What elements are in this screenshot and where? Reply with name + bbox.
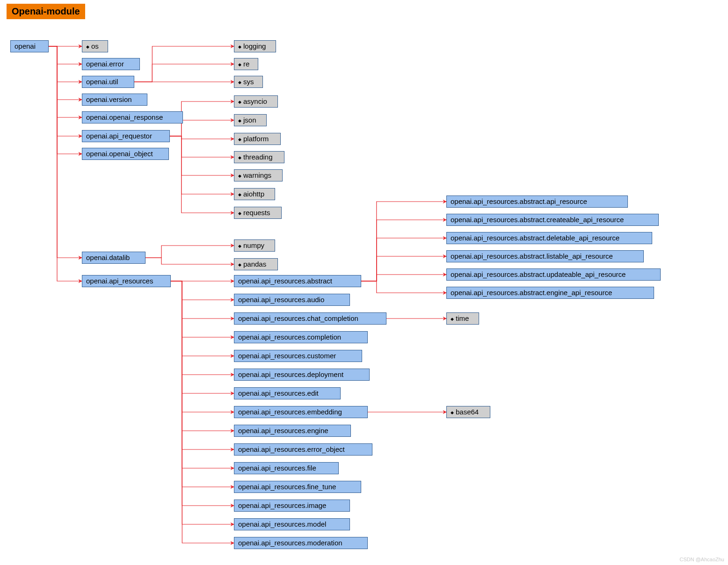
node-label: openai.api_resources.deployment (238, 370, 343, 378)
edge-api_resources-fine_tune (171, 281, 234, 487)
node-label: openai (15, 42, 36, 50)
node-label: sys (243, 78, 254, 86)
node-label: openai.api_resources.edit (238, 389, 319, 397)
node-audio: openai.api_resources.audio (234, 294, 350, 306)
node-label: openai.api_resources.abstract.engine_api… (451, 289, 612, 297)
diagram-title-text: Openai-module (12, 6, 80, 16)
edge-api_resources-model (171, 281, 234, 524)
node-datalib: openai.datalib (82, 252, 146, 264)
node-updateable: openai.api_resources.abstract.updateable… (446, 268, 661, 281)
node-label: openai.api_resources.audio (238, 296, 324, 304)
node-base64: base64 (446, 406, 490, 418)
node-label: openai.api_resources.embedding (238, 408, 342, 416)
node-api_resources: openai.api_resources (82, 275, 171, 287)
edge-api_resources-moderation (171, 281, 234, 543)
edge-openai-error (49, 46, 82, 64)
node-label: base64 (456, 408, 479, 416)
node-engine: openai.api_resources.engine (234, 425, 351, 437)
node-abstract: openai.api_resources.abstract (234, 275, 361, 287)
edge-openai-openai_object (49, 46, 82, 154)
node-label: openai.api_resources.abstract.updateable… (451, 270, 626, 278)
node-label: asyncio (243, 97, 267, 105)
node-util: openai.util (82, 76, 134, 88)
node-openai: openai (10, 40, 49, 52)
node-label: openai.datalib (86, 254, 130, 261)
node-requests: requests (234, 207, 282, 219)
node-platform: platform (234, 133, 281, 145)
edge-util-logging (134, 46, 234, 82)
node-aiohttp: aiohttp (234, 188, 275, 200)
node-label: openai.api_resources (86, 277, 153, 285)
edge-api_resources-customer (171, 281, 234, 356)
edge-api_resources-chat_completion (171, 281, 234, 319)
node-warnings: warnings (234, 169, 283, 181)
edge-abstract-listable (361, 256, 446, 281)
edge-openai-api_requestor (49, 46, 82, 136)
node-label: time (456, 314, 469, 322)
node-asyncio: asyncio (234, 95, 278, 108)
edge-abstract-updateable (361, 275, 446, 281)
node-error: openai.error (82, 58, 140, 70)
node-createable: openai.api_resources.abstract.createable… (446, 214, 659, 226)
node-moderation: openai.api_resources.moderation (234, 537, 368, 549)
node-label: openai.api_resources.abstract (238, 277, 332, 285)
watermark: CSDN @AhcaoZhu (679, 557, 724, 562)
diagram-title: Openai-module (7, 4, 85, 19)
node-threading: threading (234, 151, 284, 163)
node-label: openai.api_resources.chat_completion (238, 314, 358, 322)
node-label: openai.error (86, 60, 124, 68)
node-edit: openai.api_resources.edit (234, 387, 341, 399)
edge-api_requestor-threading (170, 136, 234, 157)
node-listable: openai.api_resources.abstract.listable_a… (446, 250, 644, 262)
node-label: openai.api_resources.abstract.deletable_… (451, 234, 619, 242)
node-label: aiohttp (243, 190, 264, 198)
node-label: os (91, 42, 99, 50)
node-api_requestor: openai.api_requestor (82, 130, 170, 142)
edge-datalib-numpy (146, 246, 234, 258)
edge-api_resources-file (171, 281, 234, 468)
node-api_resource: openai.api_resources.abstract.api_resour… (446, 196, 628, 208)
node-label: openai.api_resources.image (238, 501, 326, 509)
watermark-text: CSDN @AhcaoZhu (679, 557, 724, 562)
edge-api_resources-audio (171, 281, 234, 300)
edge-abstract-deletable (361, 238, 446, 281)
edge-api_requestor-aiohttp (170, 136, 234, 194)
node-label: numpy (243, 241, 264, 249)
node-label: openai.version (86, 95, 132, 103)
node-deletable: openai.api_resources.abstract.deletable_… (446, 232, 652, 244)
node-re: re (234, 58, 258, 70)
node-label: re (243, 60, 249, 68)
node-label: logging (243, 42, 266, 50)
node-chat_completion: openai.api_resources.chat_completion (234, 312, 386, 325)
node-engine_api: openai.api_resources.abstract.engine_api… (446, 287, 654, 299)
edge-abstract-createable (361, 220, 446, 281)
edge-api_resources-deployment (171, 281, 234, 375)
edge-api_requestor-warnings (170, 136, 234, 175)
edge-util-re (134, 64, 234, 82)
node-label: openai.api_resources.fine_tune (238, 483, 336, 491)
edge-api_resources-engine (171, 281, 234, 431)
node-label: requests (243, 209, 270, 217)
node-label: openai.api_resources.completion (238, 333, 341, 341)
node-label: openai.openai_response (86, 113, 163, 121)
node-label: openai.util (86, 78, 118, 86)
edge-api_resources-edit (171, 281, 234, 393)
node-label: openai.api_resources.abstract.createable… (451, 216, 624, 224)
node-openai_response: openai.openai_response (82, 111, 183, 123)
node-label: openai.api_resources.error_object (238, 445, 345, 453)
edge-api_resources-error_object (171, 281, 234, 449)
node-label: openai.api_requestor (86, 132, 152, 140)
node-os: os (82, 40, 108, 52)
edge-api_requestor-platform (170, 136, 234, 139)
node-customer: openai.api_resources.customer (234, 350, 362, 362)
node-logging: logging (234, 40, 276, 52)
node-completion: openai.api_resources.completion (234, 331, 368, 343)
node-label: openai.api_resources.abstract.api_resour… (451, 197, 587, 205)
node-label: openai.api_resources.model (238, 520, 326, 528)
node-embedding: openai.api_resources.embedding (234, 406, 368, 418)
edge-api_resources-completion (171, 281, 234, 337)
node-image: openai.api_resources.image (234, 500, 350, 512)
edge-abstract-api_resource (361, 202, 446, 281)
edge-openai-openai_response (49, 46, 82, 117)
node-model: openai.api_resources.model (234, 518, 350, 530)
